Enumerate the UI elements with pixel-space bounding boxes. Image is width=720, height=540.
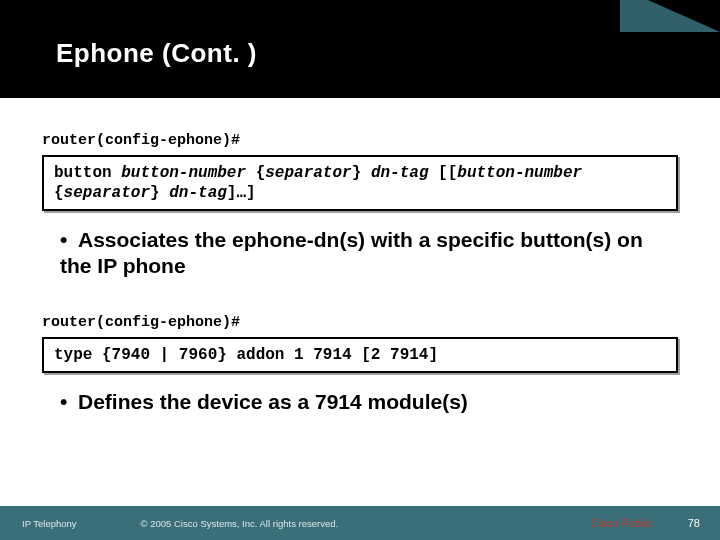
router-prompt-2: router(config-ephone)# [42, 314, 678, 331]
footer-copyright: © 2005 Cisco Systems, Inc. All rights re… [77, 518, 592, 529]
cmd-var: button-number [121, 164, 246, 182]
bullet-text: Defines the device as a 7914 module(s) [78, 390, 468, 413]
footer-left: IP Telephony [0, 518, 77, 529]
cmd-text: ]…] [227, 184, 256, 202]
cmd-text: { [54, 184, 64, 202]
slide-title: Ephone (Cont. ) [0, 0, 720, 69]
cmd-text: [[ [428, 164, 457, 182]
cmd-text: type {7940 | 7960} addon 1 7914 [2 7914] [54, 346, 438, 364]
cmd-text: } [352, 164, 371, 182]
footer-page-number: 78 [688, 517, 720, 529]
command-box-2: type {7940 | 7960} addon 1 7914 [2 7914] [42, 337, 678, 373]
bullet-text: Associates the ephone-dn(s) with a speci… [60, 228, 643, 277]
footer-bar: IP Telephony © 2005 Cisco Systems, Inc. … [0, 506, 720, 540]
bullet-dot: • [60, 227, 78, 253]
title-bar: Ephone (Cont. ) [0, 0, 720, 98]
cmd-keyword: button [54, 164, 121, 182]
slide: Ephone (Cont. ) router(config-ephone)# b… [0, 0, 720, 540]
cmd-text: { [246, 164, 265, 182]
content-area: router(config-ephone)# button button-num… [0, 98, 720, 506]
bullet-2: •Defines the device as a 7914 module(s) [42, 387, 678, 439]
cmd-var: separator [265, 164, 351, 182]
command-box-1: button button-number {separator} dn-tag … [42, 155, 678, 211]
footer-public: Cisco Public [591, 517, 688, 529]
cmd-var: button-number [457, 164, 582, 182]
cmd-var: dn-tag [371, 164, 429, 182]
cmd-text: } [150, 184, 169, 202]
router-prompt-1: router(config-ephone)# [42, 132, 678, 149]
cmd-var: dn-tag [169, 184, 227, 202]
bullet-dot: • [60, 389, 78, 415]
bullet-1: •Associates the ephone-dn(s) with a spec… [42, 225, 678, 304]
cmd-var: separator [64, 184, 150, 202]
